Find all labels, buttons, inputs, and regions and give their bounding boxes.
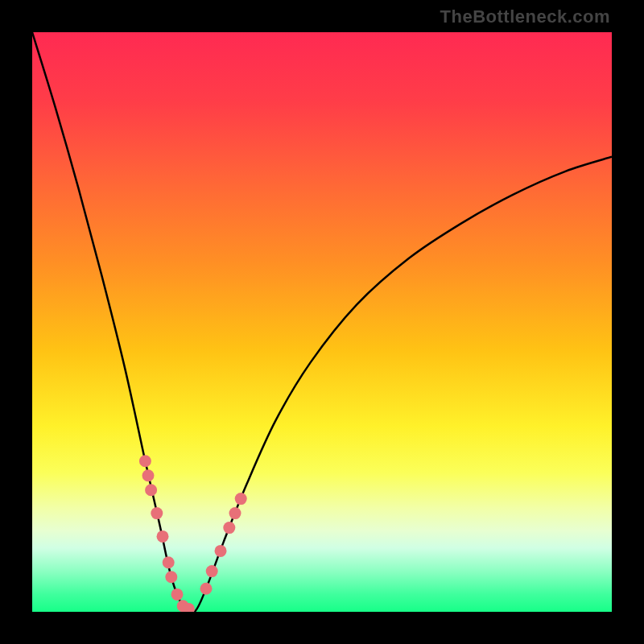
highlight-point (157, 530, 169, 543)
highlight-point (206, 565, 218, 577)
highlight-point (215, 545, 227, 557)
highlight-point (139, 455, 151, 467)
highlight-point (171, 588, 184, 601)
highlighted-points-left (139, 455, 195, 612)
watermark-text: TheBottleneck.com (440, 6, 610, 27)
highlight-point (200, 583, 213, 595)
highlight-point (163, 556, 175, 568)
highlight-point (235, 493, 247, 505)
highlight-point (145, 484, 157, 496)
chart-frame: TheBottleneck.com (0, 0, 644, 644)
highlight-point (151, 507, 163, 519)
bottleneck-curve (32, 32, 612, 612)
curve-layer (32, 32, 612, 612)
highlight-point (165, 571, 177, 583)
highlight-point (223, 522, 235, 534)
highlight-point (142, 469, 155, 481)
highlight-point (229, 507, 242, 519)
plot-area (32, 32, 612, 612)
